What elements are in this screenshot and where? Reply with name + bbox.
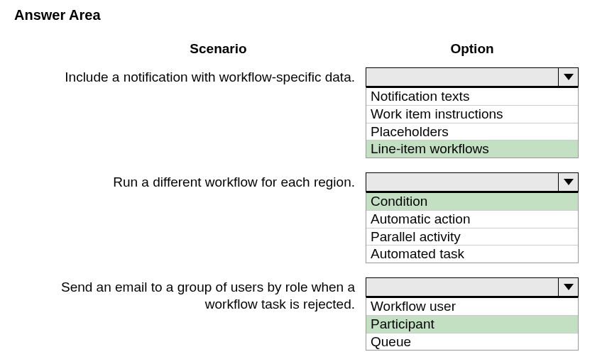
option-dropdown[interactable] (366, 67, 579, 87)
scenario-column-header: Scenario (14, 41, 366, 57)
dropdown-option[interactable]: Line-item workflows (366, 140, 578, 158)
chevron-down-icon (558, 278, 578, 296)
scenario-row: Send an email to a group of users by rol… (14, 277, 593, 351)
option-column: Workflow user Participant Queue (366, 277, 579, 351)
chevron-down-icon (558, 68, 578, 86)
page-title: Answer Area (14, 7, 593, 23)
dropdown-option[interactable]: Automatic action (366, 211, 578, 228)
dropdown-option-list: Condition Automatic action Parallel acti… (366, 192, 579, 263)
dropdown-option[interactable]: Participant (366, 316, 578, 333)
dropdown-option-list: Workflow user Participant Queue (366, 297, 579, 351)
chevron-down-icon (558, 173, 578, 191)
dropdown-option[interactable]: Notification texts (366, 88, 578, 106)
option-dropdown[interactable] (366, 172, 579, 192)
dropdown-option[interactable]: Workflow user (366, 298, 578, 316)
dropdown-selected-value (366, 68, 558, 86)
dropdown-option[interactable]: Placeholders (366, 123, 578, 141)
option-column: Notification texts Work item instruction… (366, 67, 579, 158)
dropdown-option[interactable]: Work item instructions (366, 106, 578, 123)
option-dropdown[interactable] (366, 277, 579, 297)
option-column: Condition Automatic action Parallel acti… (366, 172, 579, 263)
scenario-row: Include a notification with workflow-spe… (14, 67, 593, 158)
dropdown-selected-value (366, 173, 558, 191)
scenario-row: Run a different workflow for each region… (14, 172, 593, 263)
svg-marker-1 (564, 179, 574, 185)
dropdown-option[interactable]: Condition (366, 193, 578, 211)
dropdown-option[interactable]: Queue (366, 333, 578, 351)
dropdown-option-list: Notification texts Work item instruction… (366, 87, 579, 158)
option-column-header: Option (366, 41, 579, 57)
dropdown-option[interactable]: Parallel activity (366, 228, 578, 246)
dropdown-selected-value (366, 278, 558, 296)
scenario-text: Include a notification with workflow-spe… (14, 67, 366, 86)
svg-marker-2 (564, 284, 574, 290)
scenario-text: Send an email to a group of users by rol… (14, 277, 366, 313)
scenario-text: Run a different workflow for each region… (14, 172, 366, 191)
column-headers: Scenario Option (14, 41, 593, 57)
svg-marker-0 (564, 74, 574, 80)
dropdown-option[interactable]: Automated task (366, 246, 578, 263)
